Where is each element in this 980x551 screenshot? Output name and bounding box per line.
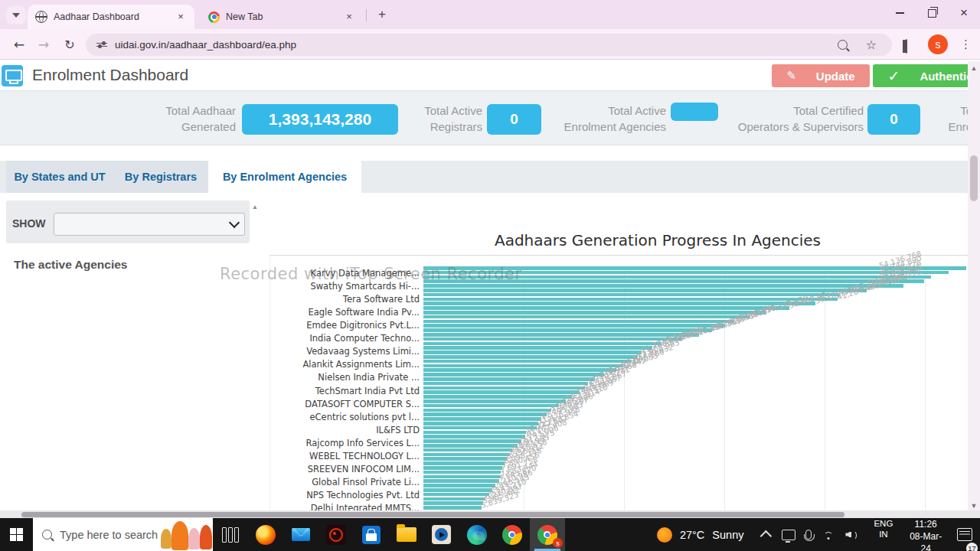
section-tab-by-registrars[interactable]: By Registrars bbox=[113, 161, 208, 193]
chart-bar[interactable] bbox=[423, 382, 588, 386]
chart-bar[interactable] bbox=[423, 435, 525, 439]
chart-bar[interactable] bbox=[423, 497, 485, 501]
chart-bar[interactable] bbox=[423, 342, 662, 346]
chart-bar[interactable] bbox=[423, 493, 489, 497]
chart-bar[interactable] bbox=[423, 346, 652, 350]
tab-close-icon[interactable]: × bbox=[343, 11, 355, 23]
chart-bar[interactable] bbox=[423, 426, 537, 430]
chart-bar[interactable] bbox=[423, 284, 903, 288]
chart-bar[interactable] bbox=[423, 377, 595, 381]
chart-bar[interactable] bbox=[423, 293, 839, 297]
taskbar-app-chrome[interactable] bbox=[495, 518, 530, 551]
weather-widget[interactable]: 27°C Sunny bbox=[657, 518, 744, 551]
taskbar-app-mail[interactable] bbox=[283, 518, 318, 551]
chart-bar[interactable] bbox=[423, 373, 604, 377]
chart-bar[interactable] bbox=[423, 453, 510, 457]
screen-cast-icon[interactable] bbox=[782, 530, 795, 540]
restore-button[interactable] bbox=[916, 0, 948, 26]
taskbar-app-chrome-profile-active[interactable]: s bbox=[530, 518, 565, 551]
chart-bar[interactable] bbox=[423, 386, 585, 390]
new-tab-button[interactable]: + bbox=[373, 6, 391, 24]
chart-bar[interactable] bbox=[423, 395, 572, 399]
chart-bar[interactable] bbox=[423, 448, 512, 452]
notification-center-button[interactable]: 17 bbox=[957, 518, 972, 551]
chart-bar[interactable] bbox=[423, 461, 505, 465]
taskbar-search[interactable]: Type here to search bbox=[33, 518, 213, 551]
chart-bar[interactable] bbox=[423, 471, 501, 474]
taskbar-app-itop-player[interactable] bbox=[424, 518, 459, 551]
chart-bar[interactable] bbox=[423, 289, 867, 292]
back-button[interactable]: ← bbox=[9, 35, 29, 55]
hidden-icons-chevron-icon[interactable] bbox=[760, 530, 773, 543]
language-indicator[interactable]: ENG IN bbox=[874, 518, 893, 551]
vertical-scrollbar[interactable] bbox=[968, 61, 980, 518]
chart-bar[interactable] bbox=[423, 444, 518, 448]
tab-search-button[interactable] bbox=[6, 6, 26, 24]
chart-bar[interactable] bbox=[423, 488, 492, 492]
forward-button[interactable]: → bbox=[34, 35, 54, 55]
chart-bar[interactable] bbox=[423, 337, 682, 341]
search-highlights-graphic[interactable] bbox=[158, 518, 213, 551]
chart-bar[interactable] bbox=[423, 333, 699, 337]
chart-bar[interactable] bbox=[423, 466, 502, 470]
chart-bar[interactable] bbox=[423, 368, 616, 372]
volume-icon[interactable] bbox=[845, 530, 858, 540]
minimize-button[interactable] bbox=[884, 0, 916, 26]
profile-avatar[interactable]: s bbox=[928, 34, 948, 54]
taskbar-clock[interactable]: 11:26 08-Mar-24 bbox=[906, 518, 945, 551]
chart-bar[interactable] bbox=[423, 431, 526, 435]
chart-bar[interactable] bbox=[423, 355, 638, 359]
section-tab-by-enrolment-agencies[interactable]: By Enrolment Agencies bbox=[208, 161, 361, 193]
taskbar-app-firefox[interactable] bbox=[248, 518, 283, 551]
chart-bar[interactable] bbox=[423, 409, 551, 412]
chart-bar[interactable] bbox=[423, 315, 750, 319]
reload-button[interactable]: ↻ bbox=[60, 35, 80, 55]
vertical-scrollbar-thumb[interactable] bbox=[970, 155, 978, 201]
chart-bar[interactable] bbox=[423, 328, 712, 332]
microphone-icon[interactable] bbox=[805, 530, 812, 540]
chart-bar[interactable] bbox=[423, 311, 766, 315]
browser-tab-aadhaar[interactable]: Aadhaar Dashboard × bbox=[28, 5, 194, 29]
network-icon[interactable] bbox=[822, 530, 835, 540]
scroll-down-arrow[interactable]: ▼ bbox=[968, 502, 980, 510]
taskbar-app-file-explorer[interactable] bbox=[389, 518, 424, 551]
zoom-search-icon[interactable] bbox=[838, 40, 848, 50]
update-button[interactable]: ✎ Update bbox=[772, 64, 870, 87]
browser-menu-button[interactable]: ⋮ bbox=[960, 37, 972, 51]
chart-bar[interactable] bbox=[423, 306, 789, 310]
section-tab-by-states-and-ut[interactable]: By States and UT bbox=[6, 161, 113, 193]
chart-bar[interactable] bbox=[423, 479, 499, 483]
chart-bar[interactable] bbox=[423, 324, 725, 328]
taskbar-app-itop-recorder[interactable] bbox=[318, 518, 354, 551]
chart-bar[interactable] bbox=[423, 364, 622, 368]
address-bar[interactable]: uidai.gov.in/aadhaar_dashboard/ea.php ☆ bbox=[86, 34, 892, 56]
chart-bar[interactable] bbox=[423, 422, 538, 425]
chart-bar[interactable] bbox=[423, 501, 483, 505]
tab-close-icon[interactable]: × bbox=[175, 11, 187, 23]
chart-bar[interactable] bbox=[423, 412, 547, 416]
close-button[interactable]: × bbox=[948, 0, 980, 26]
taskbar-app-task-view[interactable] bbox=[213, 518, 248, 551]
chart-bar[interactable] bbox=[423, 439, 521, 443]
chart-bar[interactable] bbox=[423, 417, 541, 421]
chart-bar[interactable] bbox=[423, 298, 838, 302]
chart-bar[interactable] bbox=[423, 404, 558, 408]
horizontal-scrollbar-thumb[interactable] bbox=[21, 512, 844, 517]
chart-bar[interactable] bbox=[423, 457, 507, 461]
show-select[interactable] bbox=[54, 213, 245, 236]
authentic-button[interactable]: ✓ Authentic bbox=[873, 64, 980, 87]
side-panel-button[interactable] bbox=[906, 40, 907, 54]
chart-bar[interactable] bbox=[423, 475, 501, 479]
chart-bar[interactable] bbox=[423, 399, 566, 403]
chart-bar[interactable] bbox=[423, 390, 580, 394]
sidebar-scroll-up-arrow[interactable]: ▲ bbox=[251, 204, 259, 214]
taskbar-app-microsoft-store[interactable] bbox=[354, 518, 389, 551]
chart-bar[interactable] bbox=[423, 320, 734, 324]
chart-bar[interactable] bbox=[423, 360, 632, 364]
chart-bar[interactable] bbox=[423, 506, 482, 510]
chart-bar[interactable] bbox=[423, 350, 642, 354]
chart-bar[interactable] bbox=[423, 484, 495, 487]
scroll-up-arrow[interactable]: ▲ bbox=[968, 64, 980, 72]
chart-bar[interactable] bbox=[423, 302, 815, 305]
bookmark-star-icon[interactable]: ☆ bbox=[866, 37, 877, 52]
